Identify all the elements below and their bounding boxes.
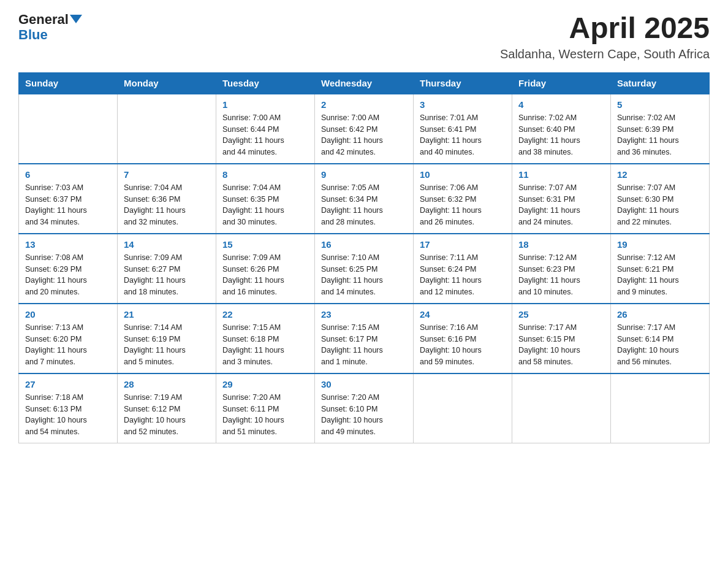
- day-number: 18: [518, 239, 604, 250]
- calendar-cell: 27Sunrise: 7:18 AMSunset: 6:13 PMDayligh…: [19, 373, 118, 443]
- day-info: Sunrise: 7:10 AMSunset: 6:25 PMDaylight:…: [321, 252, 407, 298]
- day-number: 3: [420, 99, 506, 110]
- day-info: Sunrise: 7:12 AMSunset: 6:21 PMDaylight:…: [617, 252, 703, 298]
- day-info: Sunrise: 7:15 AMSunset: 6:18 PMDaylight:…: [222, 322, 308, 368]
- calendar-cell: 5Sunrise: 7:02 AMSunset: 6:39 PMDaylight…: [611, 94, 710, 164]
- calendar-cell: [611, 373, 710, 443]
- weekday-header-row: SundayMondayTuesdayWednesdayThursdayFrid…: [19, 72, 710, 94]
- calendar-cell: 4Sunrise: 7:02 AMSunset: 6:40 PMDaylight…: [512, 94, 611, 164]
- day-number: 16: [321, 239, 407, 250]
- calendar-cell: 7Sunrise: 7:04 AMSunset: 6:36 PMDaylight…: [118, 164, 216, 234]
- day-number: 1: [222, 99, 308, 110]
- day-number: 4: [518, 99, 604, 110]
- day-number: 14: [124, 239, 210, 250]
- day-number: 22: [222, 309, 308, 320]
- day-info: Sunrise: 7:00 AMSunset: 6:44 PMDaylight:…: [222, 112, 308, 158]
- calendar-cell: [19, 94, 118, 164]
- week-row-4: 20Sunrise: 7:13 AMSunset: 6:20 PMDayligh…: [19, 304, 710, 373]
- day-info: Sunrise: 7:06 AMSunset: 6:32 PMDaylight:…: [420, 182, 506, 228]
- day-info: Sunrise: 7:17 AMSunset: 6:15 PMDaylight:…: [518, 322, 604, 368]
- day-info: Sunrise: 7:20 AMSunset: 6:10 PMDaylight:…: [321, 392, 407, 438]
- day-info: Sunrise: 7:01 AMSunset: 6:41 PMDaylight:…: [420, 112, 506, 158]
- calendar-cell: 25Sunrise: 7:17 AMSunset: 6:15 PMDayligh…: [512, 304, 611, 373]
- logo-arrow-icon: [70, 15, 82, 23]
- calendar-cell: 19Sunrise: 7:12 AMSunset: 6:21 PMDayligh…: [611, 234, 710, 304]
- calendar-cell: 15Sunrise: 7:09 AMSunset: 6:26 PMDayligh…: [216, 234, 315, 304]
- logo: General Blue: [18, 12, 82, 43]
- day-number: 7: [124, 169, 210, 180]
- logo-general: General: [18, 12, 69, 27]
- day-number: 2: [321, 99, 407, 110]
- day-number: 27: [25, 379, 111, 389]
- week-row-2: 6Sunrise: 7:03 AMSunset: 6:37 PMDaylight…: [19, 164, 710, 234]
- day-number: 9: [321, 169, 407, 180]
- calendar-cell: 13Sunrise: 7:08 AMSunset: 6:29 PMDayligh…: [19, 234, 118, 304]
- day-info: Sunrise: 7:09 AMSunset: 6:27 PMDaylight:…: [124, 252, 210, 298]
- week-row-1: 1Sunrise: 7:00 AMSunset: 6:44 PMDaylight…: [19, 94, 710, 164]
- calendar-cell: 18Sunrise: 7:12 AMSunset: 6:23 PMDayligh…: [512, 234, 611, 304]
- calendar-cell: 3Sunrise: 7:01 AMSunset: 6:41 PMDaylight…: [414, 94, 512, 164]
- weekday-header-friday: Friday: [512, 72, 611, 94]
- day-number: 25: [518, 309, 604, 320]
- weekday-header-thursday: Thursday: [414, 72, 512, 94]
- calendar-cell: 9Sunrise: 7:05 AMSunset: 6:34 PMDaylight…: [315, 164, 414, 234]
- day-info: Sunrise: 7:19 AMSunset: 6:12 PMDaylight:…: [124, 392, 210, 438]
- calendar-cell: 20Sunrise: 7:13 AMSunset: 6:20 PMDayligh…: [19, 304, 118, 373]
- calendar-cell: 2Sunrise: 7:00 AMSunset: 6:42 PMDaylight…: [315, 94, 414, 164]
- calendar-cell: 30Sunrise: 7:20 AMSunset: 6:10 PMDayligh…: [315, 373, 414, 443]
- day-number: 15: [222, 239, 308, 250]
- title-section: April 2025 Saldanha, Western Cape, South…: [500, 12, 710, 61]
- day-number: 28: [124, 379, 210, 389]
- calendar-cell: 11Sunrise: 7:07 AMSunset: 6:31 PMDayligh…: [512, 164, 611, 234]
- day-info: Sunrise: 7:11 AMSunset: 6:24 PMDaylight:…: [420, 252, 506, 298]
- weekday-header-saturday: Saturday: [611, 72, 710, 94]
- day-info: Sunrise: 7:17 AMSunset: 6:14 PMDaylight:…: [617, 322, 703, 368]
- day-number: 10: [420, 169, 506, 180]
- calendar-cell: 29Sunrise: 7:20 AMSunset: 6:11 PMDayligh…: [216, 373, 315, 443]
- day-info: Sunrise: 7:04 AMSunset: 6:35 PMDaylight:…: [222, 182, 308, 228]
- location-subtitle: Saldanha, Western Cape, South Africa: [500, 47, 710, 61]
- calendar-cell: 8Sunrise: 7:04 AMSunset: 6:35 PMDaylight…: [216, 164, 315, 234]
- day-number: 12: [617, 169, 703, 180]
- page-header: General Blue April 2025 Saldanha, Wester…: [18, 12, 710, 61]
- day-number: 17: [420, 239, 506, 250]
- weekday-header-monday: Monday: [118, 72, 216, 94]
- calendar-cell: 21Sunrise: 7:14 AMSunset: 6:19 PMDayligh…: [118, 304, 216, 373]
- day-number: 21: [124, 309, 210, 320]
- day-info: Sunrise: 7:02 AMSunset: 6:40 PMDaylight:…: [518, 112, 604, 158]
- day-info: Sunrise: 7:00 AMSunset: 6:42 PMDaylight:…: [321, 112, 407, 158]
- month-title: April 2025: [500, 12, 710, 45]
- calendar-cell: 28Sunrise: 7:19 AMSunset: 6:12 PMDayligh…: [118, 373, 216, 443]
- calendar-cell: 1Sunrise: 7:00 AMSunset: 6:44 PMDaylight…: [216, 94, 315, 164]
- day-info: Sunrise: 7:12 AMSunset: 6:23 PMDaylight:…: [518, 252, 604, 298]
- day-info: Sunrise: 7:20 AMSunset: 6:11 PMDaylight:…: [222, 392, 308, 438]
- day-info: Sunrise: 7:16 AMSunset: 6:16 PMDaylight:…: [420, 322, 506, 368]
- calendar-cell: 26Sunrise: 7:17 AMSunset: 6:14 PMDayligh…: [611, 304, 710, 373]
- day-number: 5: [617, 99, 703, 110]
- day-info: Sunrise: 7:14 AMSunset: 6:19 PMDaylight:…: [124, 322, 210, 368]
- day-info: Sunrise: 7:15 AMSunset: 6:17 PMDaylight:…: [321, 322, 407, 368]
- week-row-3: 13Sunrise: 7:08 AMSunset: 6:29 PMDayligh…: [19, 234, 710, 304]
- day-number: 20: [25, 309, 111, 320]
- day-info: Sunrise: 7:07 AMSunset: 6:31 PMDaylight:…: [518, 182, 604, 228]
- calendar-cell: [118, 94, 216, 164]
- day-number: 23: [321, 309, 407, 320]
- day-info: Sunrise: 7:07 AMSunset: 6:30 PMDaylight:…: [617, 182, 703, 228]
- calendar-cell: 22Sunrise: 7:15 AMSunset: 6:18 PMDayligh…: [216, 304, 315, 373]
- weekday-header-wednesday: Wednesday: [315, 72, 414, 94]
- weekday-header-tuesday: Tuesday: [216, 72, 315, 94]
- day-info: Sunrise: 7:04 AMSunset: 6:36 PMDaylight:…: [124, 182, 210, 228]
- calendar-cell: [414, 373, 512, 443]
- week-row-5: 27Sunrise: 7:18 AMSunset: 6:13 PMDayligh…: [19, 373, 710, 443]
- day-info: Sunrise: 7:05 AMSunset: 6:34 PMDaylight:…: [321, 182, 407, 228]
- day-number: 26: [617, 309, 703, 320]
- day-number: 19: [617, 239, 703, 250]
- day-number: 29: [222, 379, 308, 389]
- day-info: Sunrise: 7:03 AMSunset: 6:37 PMDaylight:…: [25, 182, 111, 228]
- calendar-cell: 14Sunrise: 7:09 AMSunset: 6:27 PMDayligh…: [118, 234, 216, 304]
- calendar-cell: 17Sunrise: 7:11 AMSunset: 6:24 PMDayligh…: [414, 234, 512, 304]
- day-number: 8: [222, 169, 308, 180]
- calendar-cell: [512, 373, 611, 443]
- day-info: Sunrise: 7:13 AMSunset: 6:20 PMDaylight:…: [25, 322, 111, 368]
- logo-blue: Blue: [18, 27, 48, 43]
